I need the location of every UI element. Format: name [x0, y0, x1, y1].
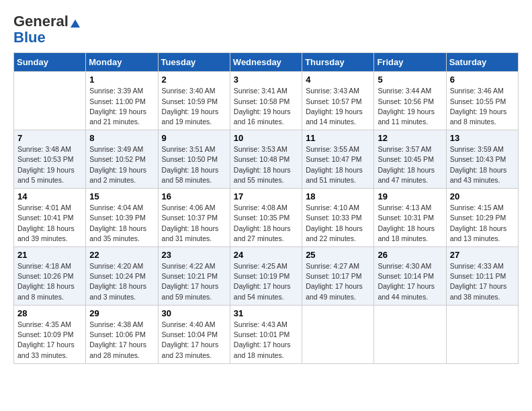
day-number: 3: [234, 75, 298, 85]
day-number: 21: [17, 250, 82, 260]
day-info: Sunrise: 3:51 AMSunset: 10:50 PMDaylight…: [162, 144, 226, 185]
day-number: 19: [378, 191, 442, 201]
day-info: Sunrise: 3:44 AMSunset: 10:56 PMDaylight…: [378, 86, 442, 127]
calendar-week-1: 1Sunrise: 3:39 AMSunset: 11:00 PMDayligh…: [14, 72, 519, 130]
calendar-cell: 26Sunrise: 4:30 AMSunset: 10:14 PMDaylig…: [374, 247, 446, 306]
day-info: Sunrise: 3:41 AMSunset: 10:58 PMDaylight…: [234, 86, 298, 127]
day-info: Sunrise: 3:43 AMSunset: 10:57 PMDaylight…: [306, 86, 370, 127]
day-number: 18: [306, 191, 370, 201]
day-info: Sunrise: 4:33 AMSunset: 10:11 PMDaylight…: [450, 261, 515, 302]
calendar-cell: [14, 72, 86, 130]
day-info: Sunrise: 4:30 AMSunset: 10:14 PMDaylight…: [378, 261, 442, 302]
day-info: Sunrise: 4:20 AMSunset: 10:24 PMDaylight…: [89, 261, 154, 302]
calendar-cell: 23Sunrise: 4:22 AMSunset: 10:21 PMDaylig…: [158, 247, 230, 306]
calendar-cell: 14Sunrise: 4:01 AMSunset: 10:41 PMDaylig…: [14, 189, 86, 247]
day-number: 27: [450, 250, 515, 260]
calendar-cell: 16Sunrise: 4:06 AMSunset: 10:37 PMDaylig…: [158, 189, 230, 247]
calendar-cell: 5Sunrise: 3:44 AMSunset: 10:56 PMDayligh…: [374, 72, 446, 130]
day-number: 31: [234, 308, 298, 318]
day-info: Sunrise: 4:13 AMSunset: 10:31 PMDaylight…: [378, 203, 442, 244]
calendar-cell: 31Sunrise: 4:43 AMSunset: 10:01 PMDaylig…: [230, 305, 302, 363]
day-number: 8: [89, 133, 154, 143]
calendar-cell: 22Sunrise: 4:20 AMSunset: 10:24 PMDaylig…: [86, 247, 158, 306]
calendar-week-3: 14Sunrise: 4:01 AMSunset: 10:41 PMDaylig…: [14, 189, 519, 247]
calendar-cell: 11Sunrise: 3:55 AMSunset: 10:47 PMDaylig…: [302, 130, 374, 189]
calendar-cell: 9Sunrise: 3:51 AMSunset: 10:50 PMDayligh…: [158, 130, 230, 189]
day-info: Sunrise: 4:08 AMSunset: 10:35 PMDaylight…: [234, 203, 298, 244]
calendar-week-5: 28Sunrise: 4:35 AMSunset: 10:09 PMDaylig…: [14, 305, 519, 363]
day-number: 16: [162, 191, 226, 201]
calendar-cell: 20Sunrise: 4:15 AMSunset: 10:29 PMDaylig…: [446, 189, 518, 247]
day-number: 1: [89, 75, 154, 85]
day-number: 12: [378, 133, 442, 143]
calendar-cell: 6Sunrise: 3:46 AMSunset: 10:55 PMDayligh…: [446, 72, 518, 130]
calendar-cell: 24Sunrise: 4:25 AMSunset: 10:19 PMDaylig…: [230, 247, 302, 306]
day-info: Sunrise: 3:39 AMSunset: 11:00 PMDaylight…: [89, 86, 154, 127]
calendar-week-4: 21Sunrise: 4:18 AMSunset: 10:26 PMDaylig…: [14, 247, 519, 306]
day-info: Sunrise: 4:40 AMSunset: 10:04 PMDaylight…: [162, 320, 226, 361]
calendar-cell: [302, 305, 374, 363]
calendar-cell: 27Sunrise: 4:33 AMSunset: 10:11 PMDaylig…: [446, 247, 518, 306]
day-info: Sunrise: 3:55 AMSunset: 10:47 PMDaylight…: [306, 144, 370, 185]
day-number: 9: [162, 133, 226, 143]
calendar-cell: 28Sunrise: 4:35 AMSunset: 10:09 PMDaylig…: [14, 305, 86, 363]
day-number: 2: [162, 75, 226, 85]
day-info: Sunrise: 3:46 AMSunset: 10:55 PMDaylight…: [450, 86, 515, 127]
header-wednesday: Wednesday: [230, 53, 302, 72]
calendar-cell: 8Sunrise: 3:49 AMSunset: 10:52 PMDayligh…: [86, 130, 158, 189]
page-header: General Blue: [13, 13, 519, 46]
calendar-cell: 21Sunrise: 4:18 AMSunset: 10:26 PMDaylig…: [14, 247, 86, 306]
day-number: 5: [378, 75, 442, 85]
day-info: Sunrise: 4:10 AMSunset: 10:33 PMDaylight…: [306, 203, 370, 244]
day-number: 7: [17, 133, 82, 143]
day-number: 29: [89, 308, 154, 318]
calendar-cell: 17Sunrise: 4:08 AMSunset: 10:35 PMDaylig…: [230, 189, 302, 247]
day-info: Sunrise: 4:22 AMSunset: 10:21 PMDaylight…: [162, 261, 226, 302]
day-number: 26: [378, 250, 442, 260]
day-info: Sunrise: 3:59 AMSunset: 10:43 PMDaylight…: [450, 144, 515, 185]
calendar-cell: 2Sunrise: 3:40 AMSunset: 10:59 PMDayligh…: [158, 72, 230, 130]
day-info: Sunrise: 3:40 AMSunset: 10:59 PMDaylight…: [162, 86, 226, 127]
day-number: 15: [89, 191, 154, 201]
header-thursday: Thursday: [302, 53, 374, 72]
calendar-cell: [446, 305, 518, 363]
day-info: Sunrise: 4:15 AMSunset: 10:29 PMDaylight…: [450, 203, 515, 244]
day-info: Sunrise: 4:01 AMSunset: 10:41 PMDaylight…: [17, 203, 82, 244]
calendar-cell: 13Sunrise: 3:59 AMSunset: 10:43 PMDaylig…: [446, 130, 518, 189]
logo: General Blue: [13, 13, 80, 46]
calendar-cell: 25Sunrise: 4:27 AMSunset: 10:17 PMDaylig…: [302, 247, 374, 306]
day-info: Sunrise: 4:25 AMSunset: 10:19 PMDaylight…: [234, 261, 298, 302]
day-info: Sunrise: 4:27 AMSunset: 10:17 PMDaylight…: [306, 261, 370, 302]
header-friday: Friday: [374, 53, 446, 72]
day-info: Sunrise: 3:53 AMSunset: 10:48 PMDaylight…: [234, 144, 298, 185]
day-number: 30: [162, 308, 226, 318]
day-number: 13: [450, 133, 515, 143]
calendar-week-2: 7Sunrise: 3:48 AMSunset: 10:53 PMDayligh…: [14, 130, 519, 189]
calendar-cell: 15Sunrise: 4:04 AMSunset: 10:39 PMDaylig…: [86, 189, 158, 247]
day-info: Sunrise: 4:43 AMSunset: 10:01 PMDaylight…: [234, 320, 298, 361]
calendar-header-row: SundayMondayTuesdayWednesdayThursdayFrid…: [14, 53, 519, 72]
day-number: 17: [234, 191, 298, 201]
calendar-cell: 30Sunrise: 4:40 AMSunset: 10:04 PMDaylig…: [158, 305, 230, 363]
day-number: 22: [89, 250, 154, 260]
day-number: 25: [306, 250, 370, 260]
logo-blue: Blue: [13, 30, 80, 46]
day-info: Sunrise: 4:18 AMSunset: 10:26 PMDaylight…: [17, 261, 82, 302]
day-number: 23: [162, 250, 226, 260]
day-number: 6: [450, 75, 515, 85]
calendar-cell: [374, 305, 446, 363]
calendar-cell: 1Sunrise: 3:39 AMSunset: 11:00 PMDayligh…: [86, 72, 158, 130]
calendar-cell: 12Sunrise: 3:57 AMSunset: 10:45 PMDaylig…: [374, 130, 446, 189]
day-info: Sunrise: 4:38 AMSunset: 10:06 PMDaylight…: [89, 320, 154, 361]
calendar-cell: 18Sunrise: 4:10 AMSunset: 10:33 PMDaylig…: [302, 189, 374, 247]
calendar-cell: 10Sunrise: 3:53 AMSunset: 10:48 PMDaylig…: [230, 130, 302, 189]
day-number: 4: [306, 75, 370, 85]
header-monday: Monday: [86, 53, 158, 72]
day-number: 14: [17, 191, 82, 201]
day-number: 20: [450, 191, 515, 201]
day-number: 11: [306, 133, 370, 143]
header-sunday: Sunday: [14, 53, 86, 72]
calendar-cell: 3Sunrise: 3:41 AMSunset: 10:58 PMDayligh…: [230, 72, 302, 130]
calendar-cell: 29Sunrise: 4:38 AMSunset: 10:06 PMDaylig…: [86, 305, 158, 363]
day-info: Sunrise: 4:04 AMSunset: 10:39 PMDaylight…: [89, 203, 154, 244]
